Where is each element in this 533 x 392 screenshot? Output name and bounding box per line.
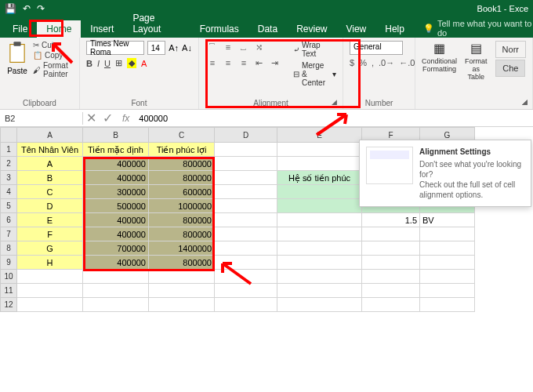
cell[interactable]: 400000: [83, 256, 149, 270]
alignment-launcher-icon[interactable]: ◢: [332, 98, 341, 107]
cell[interactable]: [362, 256, 420, 270]
cell[interactable]: [215, 227, 277, 241]
percent-button[interactable]: %: [359, 58, 367, 67]
cell[interactable]: BV: [420, 213, 475, 227]
font-color-button[interactable]: A: [141, 59, 147, 68]
orientation-button[interactable]: ⤭: [252, 41, 266, 53]
wrap-text-button[interactable]: ⤶ Wrap Text: [293, 41, 336, 58]
cancel-icon[interactable]: ✕: [83, 111, 100, 125]
border-button[interactable]: ⊞: [115, 58, 122, 68]
cell[interactable]: [17, 270, 83, 284]
row-header[interactable]: 2: [0, 157, 17, 171]
cell[interactable]: 800000: [149, 171, 215, 185]
save-icon[interactable]: 💾: [5, 3, 16, 14]
cell[interactable]: 400000: [83, 213, 149, 227]
cell[interactable]: [277, 185, 362, 199]
indent-increase-button[interactable]: ⇥: [268, 56, 282, 69]
cell[interactable]: [83, 270, 149, 284]
cell[interactable]: [420, 298, 475, 312]
tell-me[interactable]: 💡 Tell me what you want to do: [423, 19, 533, 38]
cell[interactable]: 400000: [83, 227, 149, 241]
align-right-button[interactable]: ≡: [237, 56, 251, 69]
cell[interactable]: 800000: [149, 256, 215, 270]
col-header[interactable]: A: [17, 127, 83, 143]
tab-home[interactable]: Home: [37, 20, 81, 38]
cell[interactable]: [362, 298, 420, 312]
format-as-table-button[interactable]: ▤Format as Table: [465, 41, 488, 81]
cell[interactable]: 600000: [149, 185, 215, 199]
cell-styles[interactable]: Norr Che: [495, 41, 526, 81]
cell[interactable]: [277, 143, 362, 157]
tab-insert[interactable]: Insert: [81, 20, 123, 38]
fx-icon[interactable]: fx: [116, 113, 136, 124]
row-header[interactable]: 10: [0, 270, 17, 284]
cell[interactable]: [215, 213, 277, 227]
cell[interactable]: [362, 284, 420, 298]
cell[interactable]: [277, 298, 362, 312]
cell[interactable]: B: [17, 171, 83, 185]
align-top-button[interactable]: ⎴: [205, 41, 219, 53]
cell[interactable]: [420, 284, 475, 298]
italic-button[interactable]: I: [97, 59, 100, 68]
cell[interactable]: [215, 199, 277, 213]
cell[interactable]: [215, 241, 277, 256]
cell[interactable]: [420, 270, 475, 284]
cell[interactable]: [215, 143, 277, 157]
cell[interactable]: [149, 284, 215, 298]
tab-review[interactable]: Review: [287, 20, 336, 38]
tab-page-layout[interactable]: Page Layout: [123, 9, 190, 38]
col-header[interactable]: D: [215, 127, 277, 143]
cell[interactable]: 400000: [83, 171, 149, 185]
cell[interactable]: [420, 227, 475, 241]
indent-decrease-button[interactable]: ⇤: [252, 56, 266, 69]
cell[interactable]: 700000: [83, 241, 149, 256]
cell[interactable]: [83, 298, 149, 312]
number-launcher-icon[interactable]: ◢: [522, 98, 531, 107]
cell[interactable]: 1.5: [362, 213, 420, 227]
row-header[interactable]: 5: [0, 199, 17, 213]
increase-decimal-button[interactable]: .0→: [379, 58, 394, 67]
cell[interactable]: E: [17, 213, 83, 227]
undo-icon[interactable]: ↶: [23, 3, 31, 14]
cell[interactable]: [277, 199, 362, 213]
cell[interactable]: A: [17, 157, 83, 171]
row-header[interactable]: 12: [0, 298, 17, 312]
cell[interactable]: [17, 284, 83, 298]
row-header[interactable]: 7: [0, 227, 17, 241]
cell[interactable]: [277, 270, 362, 284]
cell[interactable]: [215, 284, 277, 298]
increase-font-icon[interactable]: A↑: [169, 43, 179, 53]
formula-input[interactable]: 400000: [136, 112, 533, 125]
decrease-font-icon[interactable]: A↓: [182, 43, 192, 53]
align-left-button[interactable]: ≡: [205, 56, 219, 69]
cell[interactable]: [277, 157, 362, 171]
align-center-button[interactable]: ≡: [221, 56, 235, 69]
cell[interactable]: [215, 185, 277, 199]
tab-file[interactable]: File: [3, 20, 37, 38]
cell[interactable]: 1000000: [149, 199, 215, 213]
cut-button[interactable]: ✂ Cut: [33, 41, 73, 49]
cell[interactable]: F: [17, 227, 83, 241]
cell[interactable]: [215, 270, 277, 284]
col-header[interactable]: B: [83, 127, 149, 143]
name-box[interactable]: B2: [0, 112, 83, 125]
cell[interactable]: [277, 227, 362, 241]
cell[interactable]: Hệ số tiền phúc: [277, 171, 362, 185]
number-format-select[interactable]: General: [350, 41, 403, 55]
cell[interactable]: 1400000: [149, 241, 215, 256]
conditional-formatting-button[interactable]: ▦Conditional Formatting: [422, 41, 457, 81]
cell[interactable]: Tiền mặc định: [83, 143, 149, 157]
cell[interactable]: [149, 298, 215, 312]
merge-center-button[interactable]: ⊟ Merge & Center ▾: [293, 61, 336, 87]
cell[interactable]: [215, 171, 277, 185]
redo-icon[interactable]: ↷: [37, 3, 45, 14]
cell[interactable]: [149, 270, 215, 284]
cell[interactable]: [17, 298, 83, 312]
cell[interactable]: [277, 213, 362, 227]
cell[interactable]: [277, 241, 362, 256]
tab-help[interactable]: Help: [375, 20, 414, 38]
cell[interactable]: H: [17, 256, 83, 270]
align-bottom-button[interactable]: ⎵: [237, 41, 251, 53]
cell[interactable]: G: [17, 241, 83, 256]
row-header[interactable]: 4: [0, 185, 17, 199]
